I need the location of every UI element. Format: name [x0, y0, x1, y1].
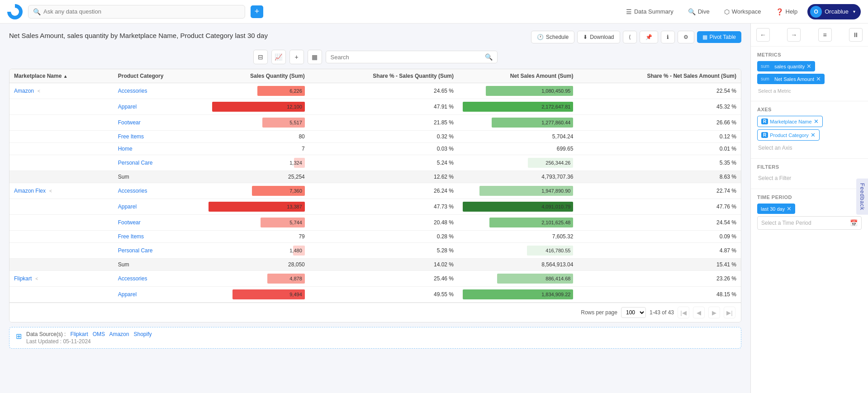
- dive-nav[interactable]: 🔍 Dive: [683, 5, 714, 18]
- avatar: O: [810, 6, 822, 18]
- share-net-cell: 45.32 %: [578, 99, 741, 115]
- rp-filter-button[interactable]: ≡: [818, 28, 832, 42]
- data-summary-nav[interactable]: ☰ Data Summary: [621, 5, 678, 18]
- sum-label: Sum: [118, 174, 129, 180]
- chart-icon[interactable]: 📈: [271, 50, 286, 64]
- sales-qty-cell: 13,387: [204, 199, 309, 215]
- category-cell: Sum: [114, 171, 204, 183]
- collapse-arrow-icon[interactable]: <: [38, 89, 40, 94]
- time-period-chip[interactable]: last 30 day ✕: [757, 204, 795, 214]
- share-net-cell: 23.26 %: [578, 271, 741, 287]
- col-sales-qty[interactable]: Sales Quantity (Sum): [204, 69, 309, 83]
- settings-button[interactable]: ⚙: [678, 31, 694, 43]
- table-row: Home70.03 %699.650.01 %: [9, 143, 741, 155]
- help-nav[interactable]: ❓ Help: [771, 5, 802, 18]
- next-page-button[interactable]: ▶: [708, 307, 720, 318]
- axis1-remove-icon[interactable]: ✕: [814, 118, 819, 125]
- datasource-row: Data Source(s) : Flipkart OMS Amazon Sho…: [26, 331, 152, 337]
- global-search-bar[interactable]: 🔍: [28, 5, 245, 19]
- col-net-sales[interactable]: Net Sales Amount (Sum): [458, 69, 578, 83]
- schedule-button[interactable]: 🕐 Schedule: [531, 31, 574, 43]
- download-button[interactable]: ⬇ Download: [577, 31, 620, 43]
- user-badge[interactable]: O Orcablue ▾: [807, 4, 861, 19]
- pin-icon: 📌: [645, 34, 652, 40]
- data-summary-label: Data Summary: [634, 8, 674, 15]
- col-category[interactable]: Product Category: [114, 69, 204, 83]
- metric1-label: sales quantity: [774, 64, 805, 69]
- metric1-prefix: sum: [761, 64, 769, 69]
- ds-oms[interactable]: OMS: [93, 331, 105, 337]
- last-page-button[interactable]: ▶|: [724, 307, 735, 318]
- axis2-remove-icon[interactable]: ✕: [811, 132, 816, 138]
- col-share-qty[interactable]: Share % - Sales Quantity (Sum): [309, 69, 458, 83]
- filter-placeholder[interactable]: Select a Filter: [757, 173, 862, 183]
- share-qty-cell: 24.65 %: [309, 83, 458, 99]
- category-label: Personal Care: [118, 160, 153, 166]
- net-bar: 1,277,860.44: [492, 118, 574, 128]
- col-marketplace[interactable]: Marketplace Name ▲: [9, 69, 114, 83]
- rows-per-page-select[interactable]: 100 50 25: [621, 307, 646, 318]
- add-button[interactable]: +: [251, 5, 263, 18]
- ds-shopify[interactable]: Shopify: [133, 331, 152, 337]
- qty-bar: 12,100: [212, 102, 305, 112]
- metric-placeholder[interactable]: Select a Metric: [757, 86, 862, 95]
- metric-chip-2[interactable]: sum Net Sales Amount ✕: [757, 74, 825, 84]
- share-qty-cell: 49.55 %: [309, 287, 458, 303]
- sales-qty-cell: 7,360: [204, 183, 309, 199]
- metric2-remove-icon[interactable]: ✕: [816, 76, 821, 82]
- feedback-tab[interactable]: Feedback: [856, 178, 868, 215]
- metric-chip-1[interactable]: sum sales quantity ✕: [757, 61, 815, 71]
- net-sales-cell: 1,277,860.44: [458, 115, 578, 131]
- prev-page-button[interactable]: ◀: [693, 307, 705, 318]
- schedule-icon: 🕐: [537, 34, 544, 40]
- datasource-label: Data Source(s) :: [26, 331, 66, 337]
- axis-placeholder[interactable]: Select an Axis: [757, 143, 862, 153]
- rp-pause-button[interactable]: ⏸: [849, 28, 863, 42]
- pin-button[interactable]: 📌: [640, 31, 658, 43]
- grid-icon[interactable]: ▦: [308, 50, 322, 64]
- time-chip-remove-icon[interactable]: ✕: [787, 205, 792, 212]
- category-cell: Free Items: [114, 131, 204, 143]
- axis-chip-1[interactable]: R Marketplace Name ✕: [757, 116, 823, 127]
- net-bar: 416,780.55: [527, 246, 574, 256]
- category-label: Apparel: [118, 204, 137, 210]
- title-bar: Net Sales Amount, sales quantity by Mark…: [9, 31, 741, 43]
- category-label: Accessories: [118, 88, 147, 94]
- net-sales-cell: 256,344.26: [458, 155, 578, 171]
- datasource-icon: ⊞: [16, 332, 22, 341]
- net-sales-cell: 7,605.32: [458, 231, 578, 243]
- global-search-input[interactable]: [43, 8, 240, 15]
- table-search-bar[interactable]: 🔍: [326, 51, 498, 63]
- table-row: Apparel12,10047.91 %2,172,647.8145.32 %: [9, 99, 741, 115]
- chevron-down-icon: ▾: [853, 9, 855, 14]
- info-button[interactable]: ℹ: [661, 31, 675, 43]
- ds-flipkart[interactable]: Flipkart: [70, 331, 88, 337]
- time-period-select[interactable]: Select a Time Period 📅: [757, 216, 862, 230]
- sales-qty-cell: 5,744: [204, 215, 309, 231]
- share-button[interactable]: ⟨: [623, 31, 637, 43]
- table-row: Sum28,05014.02 %8,564,913.0415.41 %: [9, 259, 741, 271]
- rp-forward-button[interactable]: →: [787, 28, 801, 42]
- add-col-icon[interactable]: +: [289, 50, 304, 64]
- col-share-net[interactable]: Share % - Net Sales Amount (Sum): [578, 69, 741, 83]
- pivot-table-button[interactable]: ▦ Pivot Table: [697, 31, 741, 43]
- axis-chip-2[interactable]: R Product Category ✕: [757, 129, 820, 141]
- ds-amazon[interactable]: Amazon: [109, 331, 129, 337]
- category-cell: Apparel: [114, 99, 204, 115]
- first-page-button[interactable]: |◀: [678, 307, 689, 318]
- collapse-arrow-icon[interactable]: <: [49, 189, 52, 194]
- category-cell: Footwear: [114, 215, 204, 231]
- table-row: Free Items800.32 %5,704.240.12 %: [9, 131, 741, 143]
- sales-qty-cell: 1,480: [204, 243, 309, 259]
- collapse-arrow-icon[interactable]: <: [35, 276, 38, 281]
- data-table-container: Marketplace Name ▲ Product Category Sale…: [9, 69, 741, 322]
- filter-icon[interactable]: ⊟: [253, 50, 268, 64]
- rp-back-button[interactable]: ←: [756, 28, 770, 42]
- table-search-input[interactable]: [331, 54, 482, 61]
- workspace-nav[interactable]: ⬡ Workspace: [720, 5, 766, 18]
- help-icon: ❓: [776, 8, 783, 15]
- share-net-cell: 15.41 %: [578, 259, 741, 271]
- pivot-label: Pivot Table: [710, 34, 736, 40]
- metric1-remove-icon[interactable]: ✕: [806, 63, 811, 70]
- category-cell: Personal Care: [114, 155, 204, 171]
